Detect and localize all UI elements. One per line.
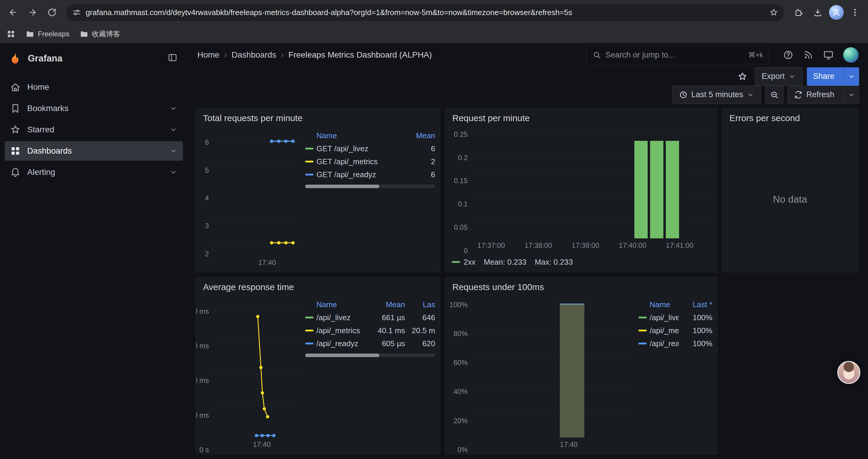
plot-area[interactable] bbox=[212, 297, 301, 437]
export-button[interactable]: Export bbox=[755, 67, 803, 86]
browser-menu-button[interactable] bbox=[847, 4, 863, 21]
legend-row[interactable]: GET /api/_livez 6 bbox=[305, 142, 435, 155]
sidebar-item-bookmarks[interactable]: Bookmarks bbox=[5, 99, 183, 118]
bookmark-icon bbox=[10, 103, 21, 114]
kiosk-button[interactable] bbox=[823, 50, 834, 60]
legend-header-name[interactable]: Name bbox=[305, 131, 407, 140]
legend-inline[interactable]: 2xx Mean: 0.233 Max: 0.233 bbox=[448, 255, 712, 269]
legend-header-mean[interactable]: Mean bbox=[410, 131, 435, 140]
total-requests-chart: 65432 17:40 bbox=[199, 129, 301, 268]
series-name: GET /api/_metrics bbox=[316, 157, 378, 166]
apps-grid-icon[interactable] bbox=[6, 30, 16, 38]
bookmark-item-blogs[interactable]: 收藏博客 bbox=[80, 29, 120, 39]
panel-errors-per-second: Errors per second No data bbox=[722, 108, 858, 272]
legend-row[interactable]: GET /api/_readyz 6 bbox=[305, 168, 435, 181]
dashboard-actions-row: Export Share bbox=[188, 67, 868, 86]
series-max: Max: 0.233 bbox=[535, 258, 573, 267]
search-box[interactable]: ⌘+k bbox=[586, 45, 769, 64]
favorite-dashboard-button[interactable] bbox=[734, 68, 751, 85]
legend-row[interactable]: /api/_readyz 605 µs 620 bbox=[305, 337, 435, 350]
reload-icon bbox=[47, 8, 57, 17]
refresh-button[interactable]: Refresh bbox=[788, 86, 859, 104]
panel-title[interactable]: Average response time bbox=[196, 277, 440, 296]
help-icon bbox=[783, 50, 794, 60]
scrollbar-thumb[interactable] bbox=[305, 354, 379, 357]
grafana-logo[interactable] bbox=[8, 52, 22, 65]
chevron-down-icon[interactable] bbox=[169, 104, 178, 112]
bar-chart-svg bbox=[471, 129, 712, 238]
forward-button[interactable] bbox=[24, 4, 41, 21]
no-data-message: No data bbox=[722, 127, 858, 272]
panel-title[interactable]: Request per minute bbox=[445, 108, 717, 127]
chevron-down-icon[interactable] bbox=[169, 147, 178, 155]
bookmark-star-icon[interactable] bbox=[769, 8, 778, 17]
legend-row[interactable]: GET /api/_metrics 2 bbox=[305, 155, 435, 168]
time-range-picker[interactable]: Last 5 minutes bbox=[672, 86, 761, 104]
series-name: 2xx bbox=[464, 258, 475, 267]
legend-scrollbar[interactable] bbox=[305, 354, 435, 357]
breadcrumb-home[interactable]: Home bbox=[197, 50, 219, 60]
legend-row[interactable]: /api/_readyz 100% bbox=[639, 337, 712, 350]
legend-header-last[interactable]: Las bbox=[408, 300, 435, 309]
plot-area[interactable] bbox=[471, 129, 712, 238]
clock-icon bbox=[679, 90, 688, 99]
under-100ms-chart: 100%80%60%40%20%0% 17:40 bbox=[448, 297, 634, 450]
chevron-down-icon[interactable] bbox=[169, 168, 178, 176]
panel-title[interactable]: Errors per second bbox=[722, 108, 858, 127]
reload-button[interactable] bbox=[44, 4, 60, 21]
back-button[interactable] bbox=[5, 4, 21, 21]
panel-title[interactable]: Total requests per minute bbox=[196, 108, 440, 127]
refresh-interval-button[interactable] bbox=[844, 86, 859, 104]
legend-header-last[interactable]: Last * bbox=[682, 300, 712, 309]
panel-title[interactable]: Requests under 100ms bbox=[445, 277, 717, 296]
star-outline-icon bbox=[737, 71, 747, 81]
chevron-down-icon[interactable] bbox=[169, 126, 178, 134]
grafana-app: Grafana Home Bookmarks Starred Dashboard… bbox=[0, 43, 868, 459]
y-axis: 65432 bbox=[199, 129, 212, 268]
address-bar[interactable] bbox=[66, 4, 784, 21]
news-button[interactable] bbox=[803, 50, 814, 60]
plot-area[interactable] bbox=[212, 129, 301, 256]
share-menu-button[interactable] bbox=[844, 68, 859, 85]
share-main[interactable]: Share bbox=[807, 68, 840, 85]
url-input[interactable] bbox=[86, 8, 765, 17]
legend-row[interactable]: /api/_livez 100% bbox=[639, 311, 712, 324]
downloads-button[interactable] bbox=[809, 4, 826, 21]
bookmark-item-freeleaps[interactable]: Freeleaps bbox=[25, 30, 69, 38]
sidebar-item-alerting[interactable]: Alerting bbox=[5, 162, 183, 182]
panel-row-2: Average response time 80 ms60 ms40 ms20 … bbox=[195, 277, 860, 454]
search-input[interactable] bbox=[606, 51, 744, 60]
browser-profile-avatar[interactable] bbox=[829, 5, 844, 20]
bell-icon bbox=[10, 167, 21, 177]
person-icon bbox=[832, 8, 841, 17]
legend-header-name[interactable]: Name bbox=[639, 300, 679, 309]
sidebar-item-dashboards[interactable]: Dashboards bbox=[5, 141, 183, 161]
breadcrumb-dashboards[interactable]: Dashboards bbox=[231, 50, 276, 60]
share-button[interactable]: Share bbox=[807, 67, 859, 86]
assistant-avatar[interactable] bbox=[837, 361, 860, 384]
sidebar-item-home[interactable]: Home bbox=[5, 77, 183, 97]
legend-header-name[interactable]: Name bbox=[305, 300, 364, 309]
series-mean: 6 bbox=[410, 144, 435, 153]
series-mean: 605 µs bbox=[367, 339, 405, 348]
refresh-main[interactable]: Refresh bbox=[788, 86, 840, 104]
extensions-button[interactable] bbox=[790, 4, 807, 21]
browser-toolbar bbox=[0, 0, 868, 25]
zoom-out-button[interactable] bbox=[765, 86, 783, 104]
sidebar-item-label: Home bbox=[27, 83, 49, 92]
legend-scrollbar[interactable] bbox=[305, 185, 435, 188]
legend-row[interactable]: /api/_metrics 100% bbox=[639, 324, 712, 337]
legend-row[interactable]: /api/_livez 661 µs 646 bbox=[305, 311, 435, 324]
user-avatar[interactable] bbox=[843, 47, 859, 63]
site-info-icon[interactable] bbox=[72, 8, 81, 17]
collapse-sidebar-button[interactable] bbox=[167, 53, 179, 64]
plot-area[interactable] bbox=[471, 297, 634, 437]
legend-header-mean[interactable]: Mean bbox=[367, 300, 405, 309]
help-button[interactable] bbox=[783, 50, 794, 60]
scrollbar-thumb[interactable] bbox=[305, 185, 379, 188]
legend-row[interactable]: /api/_metrics 40.1 ms 20.5 m bbox=[305, 324, 435, 337]
brand-name: Grafana bbox=[28, 53, 162, 64]
line-chart-svg bbox=[212, 297, 301, 437]
sidebar-item-starred[interactable]: Starred bbox=[5, 120, 183, 139]
bookmark-label: 收藏博客 bbox=[92, 29, 120, 39]
